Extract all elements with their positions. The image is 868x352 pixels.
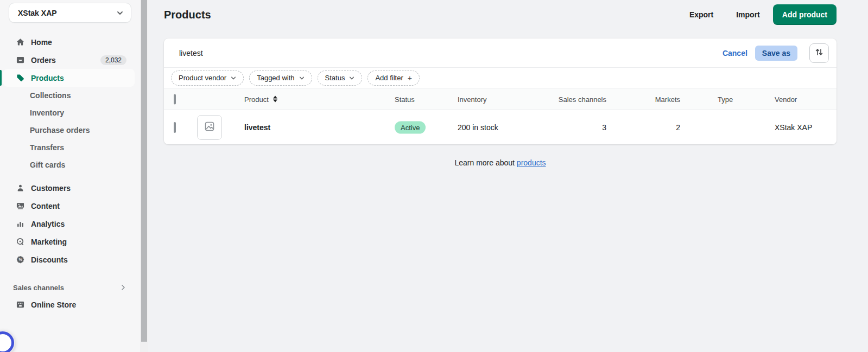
product-name-cell[interactable]: livetest bbox=[244, 123, 270, 132]
sidebar-item-content[interactable]: Content bbox=[3, 197, 135, 215]
chevron-down-icon bbox=[231, 75, 236, 81]
product-name: livetest bbox=[244, 123, 270, 132]
image-placeholder-icon bbox=[204, 121, 215, 133]
sidebar-item-label: Orders bbox=[31, 56, 56, 65]
sidebar-item-label: Analytics bbox=[31, 220, 65, 228]
save-as-button[interactable]: Save as bbox=[755, 46, 797, 61]
products-help-link[interactable]: products bbox=[517, 158, 546, 167]
vertical-scrollbar-thumb[interactable] bbox=[141, 0, 147, 342]
learn-more-label: Learn more about bbox=[454, 158, 515, 167]
add-filter-button[interactable]: Add filter + bbox=[368, 71, 420, 86]
row-checkbox[interactable] bbox=[174, 122, 176, 133]
sales-channels-cell: 3 bbox=[602, 123, 606, 132]
sidebar-item-transfers[interactable]: Transfers bbox=[3, 139, 135, 156]
column-header-markets: Markets bbox=[655, 95, 680, 103]
sidebar-item-label: Collections bbox=[30, 91, 71, 100]
svg-text:%: % bbox=[18, 258, 22, 261]
column-header-product[interactable]: Product bbox=[244, 95, 277, 103]
marketing-target-icon bbox=[16, 238, 24, 246]
store-switcher[interactable]: XStak XAP bbox=[9, 3, 131, 23]
sidebar-item-home[interactable]: Home bbox=[3, 33, 135, 51]
sidebar-item-settings[interactable]: Settings bbox=[3, 348, 134, 352]
sidebar-item-orders[interactable]: Orders 2,032 bbox=[3, 51, 135, 69]
sidebar-item-marketing[interactable]: Marketing bbox=[3, 233, 135, 251]
sidebar-item-label: Home bbox=[31, 38, 52, 47]
chevron-right-icon bbox=[121, 285, 126, 290]
sidebar-item-online-store[interactable]: Online Store bbox=[3, 296, 135, 313]
add-product-button[interactable]: Add product bbox=[773, 4, 837, 25]
column-header-status: Status bbox=[395, 95, 415, 103]
search-bar: Cancel Save as bbox=[164, 39, 837, 68]
sidebar-item-label: Online Store bbox=[31, 300, 76, 309]
sort-button[interactable] bbox=[809, 43, 829, 63]
sidebar-item-label: Gift cards bbox=[30, 161, 65, 169]
active-indicator-bar bbox=[0, 70, 2, 86]
sidebar-item-gift-cards[interactable]: Gift cards bbox=[3, 156, 135, 174]
sidebar-item-analytics[interactable]: Analytics bbox=[3, 215, 135, 233]
nav-spacer bbox=[0, 174, 140, 179]
chevron-down-icon bbox=[117, 10, 123, 16]
filter-status[interactable]: Status bbox=[318, 71, 363, 86]
filter-label: Product vendor bbox=[179, 74, 226, 82]
sidebar-item-label: Purchase orders bbox=[30, 126, 90, 135]
chevron-down-icon bbox=[299, 75, 305, 81]
column-label: Product bbox=[244, 95, 269, 103]
filter-label: Add filter bbox=[375, 74, 403, 82]
export-button[interactable]: Export bbox=[689, 10, 713, 19]
sidebar-item-customers[interactable]: Customers bbox=[3, 179, 135, 197]
column-header-sales-channels: Sales channels bbox=[559, 95, 606, 103]
cancel-button[interactable]: Cancel bbox=[723, 49, 747, 57]
sidebar-item-label: Transfers bbox=[30, 143, 64, 152]
sidebar-nav: Home Orders 2,032 Products Collections I… bbox=[0, 33, 140, 313]
nav-spacer bbox=[0, 268, 140, 279]
status-cell: Active bbox=[395, 121, 426, 133]
sidebar-item-inventory[interactable]: Inventory bbox=[3, 104, 135, 121]
table-row[interactable]: livetest Active 200 in stock 3 2 XStak X… bbox=[164, 110, 837, 144]
filter-bar: Product vendor Tagged with Status Add fi… bbox=[164, 68, 837, 88]
customers-icon bbox=[16, 184, 24, 192]
vendor-cell: XStak XAP bbox=[775, 123, 812, 132]
sidebar-item-label: Marketing bbox=[31, 238, 67, 246]
sidebar-item-collections[interactable]: Collections bbox=[3, 87, 135, 104]
page-header: Products Export Import Add product bbox=[164, 0, 837, 29]
filter-label: Tagged with bbox=[257, 74, 294, 82]
sidebar-item-label: Content bbox=[31, 202, 60, 210]
sidebar-item-products[interactable]: Products bbox=[3, 69, 135, 87]
products-tag-icon bbox=[16, 74, 24, 82]
discounts-percent-icon: % bbox=[16, 255, 24, 264]
sidebar-item-discounts[interactable]: % Discounts bbox=[3, 251, 135, 268]
main-content: Products Export Import Add product Cance… bbox=[148, 0, 868, 352]
store-name: XStak XAP bbox=[18, 9, 117, 17]
inventory-cell: 200 in stock bbox=[458, 123, 498, 132]
home-icon bbox=[16, 38, 24, 46]
sort-desc-arrow bbox=[273, 100, 277, 103]
orders-icon bbox=[16, 56, 24, 64]
online-store-icon bbox=[16, 300, 24, 309]
sales-channels-label: Sales channels bbox=[13, 284, 64, 292]
column-header-vendor: Vendor bbox=[775, 95, 797, 103]
import-button[interactable]: Import bbox=[736, 10, 760, 19]
sidebar: XStak XAP Home Orders 2,032 Products bbox=[0, 0, 140, 352]
vertical-scrollbar-track[interactable] bbox=[140, 0, 148, 352]
filter-label: Status bbox=[325, 74, 345, 82]
select-all-checkbox[interactable] bbox=[174, 94, 176, 104]
markets-cell: 2 bbox=[676, 123, 680, 132]
content-media-icon bbox=[16, 202, 24, 210]
sidebar-item-label: Products bbox=[31, 74, 64, 82]
sidebar-item-label: Customers bbox=[31, 184, 71, 193]
header-actions: Export Import Add product bbox=[689, 4, 837, 25]
chat-widget-button[interactable] bbox=[0, 331, 14, 352]
sidebar-item-label: Inventory bbox=[30, 108, 64, 117]
filter-product-vendor[interactable]: Product vendor bbox=[171, 71, 244, 86]
sidebar-item-purchase-orders[interactable]: Purchase orders bbox=[3, 121, 135, 139]
sort-arrows-icon bbox=[815, 48, 823, 58]
page-title: Products bbox=[164, 9, 211, 21]
learn-more-text: Learn more about products bbox=[164, 158, 837, 167]
column-header-inventory: Inventory bbox=[458, 95, 486, 103]
chevron-down-icon bbox=[349, 75, 354, 81]
filter-tagged-with[interactable]: Tagged with bbox=[249, 71, 312, 86]
plus-icon: + bbox=[408, 74, 412, 82]
sales-channels-header[interactable]: Sales channels bbox=[3, 279, 126, 296]
column-sort-icon[interactable] bbox=[273, 96, 277, 103]
search-input[interactable] bbox=[179, 49, 723, 57]
